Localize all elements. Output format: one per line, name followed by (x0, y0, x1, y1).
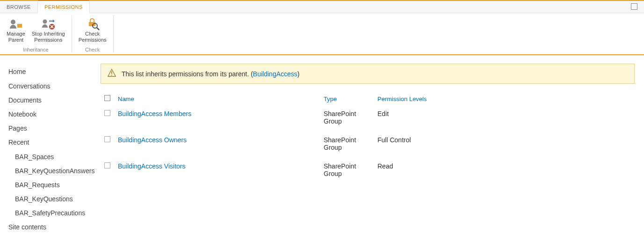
ribbon-group-check: Check Permissions Check (72, 16, 114, 52)
sidebar-item-bar-keyquestionanswers[interactable]: BAR_KeyQuestionAnswers (8, 164, 95, 178)
table-row: BuildingAccess Owners SharePoint Group F… (101, 133, 521, 160)
tab-browse[interactable]: BROWSE (0, 1, 37, 13)
svg-point-9 (111, 75, 112, 76)
svg-marker-3 (53, 20, 55, 22)
principal-link[interactable]: BuildingAccess Visitors (118, 162, 185, 170)
content-area: This list inherits permissions from its … (101, 55, 644, 234)
inheritance-notice: This list inherits permissions from its … (101, 64, 635, 84)
column-header-permission-levels[interactable]: Permission Levels (374, 93, 521, 107)
sidebar-item-bar-spaces[interactable]: BAR_Spaces (8, 150, 95, 164)
svg-point-0 (11, 20, 15, 24)
check-permissions-icon (85, 17, 100, 31)
sidebar-item-recent[interactable]: Recent (8, 135, 95, 149)
manage-parent-button[interactable]: Manage Parent (4, 16, 28, 44)
sidebar-item-pages[interactable]: Pages (8, 121, 95, 135)
svg-line-6 (97, 28, 99, 30)
sidebar-item-documents[interactable]: Documents (8, 93, 95, 107)
label-line2: Parent (8, 37, 23, 43)
tab-strip: BROWSE PERMISSIONS (0, 0, 644, 13)
notice-text: This list inherits permissions from its … (122, 70, 299, 78)
permission-level: Edit (374, 107, 521, 133)
stop-inheriting-button[interactable]: Stop Inheriting Permissions (29, 16, 68, 44)
tab-permissions[interactable]: PERMISSIONS (37, 0, 90, 13)
row-checkbox[interactable] (104, 162, 110, 169)
ribbon-group-label-check: Check (76, 47, 109, 52)
permissions-table: Name Type Permission Levels BuildingAcce… (101, 93, 521, 186)
notice-text-prefix: This list inherits permissions from its … (122, 70, 253, 78)
column-header-name[interactable]: Name (114, 93, 320, 107)
warning-icon (108, 69, 116, 79)
label-line2: Permissions (34, 37, 62, 43)
svg-marker-1 (17, 24, 22, 28)
manage-parent-icon (8, 17, 23, 31)
sidebar-item-bar-requests[interactable]: BAR_Requests (8, 178, 95, 192)
check-permissions-button[interactable]: Check Permissions (76, 16, 109, 44)
principal-type: SharePoint Group (320, 107, 374, 133)
focus-mode-icon[interactable] (631, 3, 637, 10)
sidebar-item-home[interactable]: Home (8, 65, 95, 79)
sidebar-item-conversations[interactable]: Conversations (8, 79, 95, 93)
permission-level: Read (374, 160, 521, 186)
sidebar: Home Conversations Documents Notebook Pa… (0, 55, 101, 234)
label-line1: Manage (7, 31, 25, 37)
ribbon-group-inheritance: Manage Parent Stop Inheriting Permission… (0, 16, 72, 52)
stop-inheriting-icon (41, 17, 56, 31)
row-checkbox[interactable] (104, 110, 110, 116)
notice-parent-link[interactable]: BuildingAccess (253, 70, 297, 78)
ribbon: Manage Parent Stop Inheriting Permission… (0, 13, 644, 55)
ribbon-group-label-inheritance: Inheritance (4, 47, 68, 52)
sidebar-item-site-contents[interactable]: Site contents (8, 220, 95, 234)
label-line1: Check (85, 31, 100, 37)
principal-type: SharePoint Group (320, 133, 374, 160)
sidebar-item-bar-safetyprecautions[interactable]: BAR_SafetyPrecautions (8, 206, 95, 220)
table-row: BuildingAccess Members SharePoint Group … (101, 107, 521, 133)
principal-type: SharePoint Group (320, 160, 374, 186)
principal-link[interactable]: BuildingAccess Members (118, 110, 191, 117)
select-all-checkbox[interactable] (104, 95, 110, 101)
label-line1: Stop Inheriting (32, 31, 65, 37)
label-line2: Permissions (79, 37, 107, 43)
permission-level: Full Control (374, 133, 521, 160)
column-header-type[interactable]: Type (320, 93, 374, 107)
notice-text-suffix: ) (297, 70, 300, 78)
sidebar-item-notebook[interactable]: Notebook (8, 107, 95, 121)
table-row: BuildingAccess Visitors SharePoint Group… (101, 160, 521, 186)
svg-point-2 (43, 20, 47, 24)
sidebar-item-bar-keyquestions[interactable]: BAR_KeyQuestions (8, 192, 95, 206)
row-checkbox[interactable] (104, 136, 110, 142)
principal-link[interactable]: BuildingAccess Owners (118, 136, 187, 144)
